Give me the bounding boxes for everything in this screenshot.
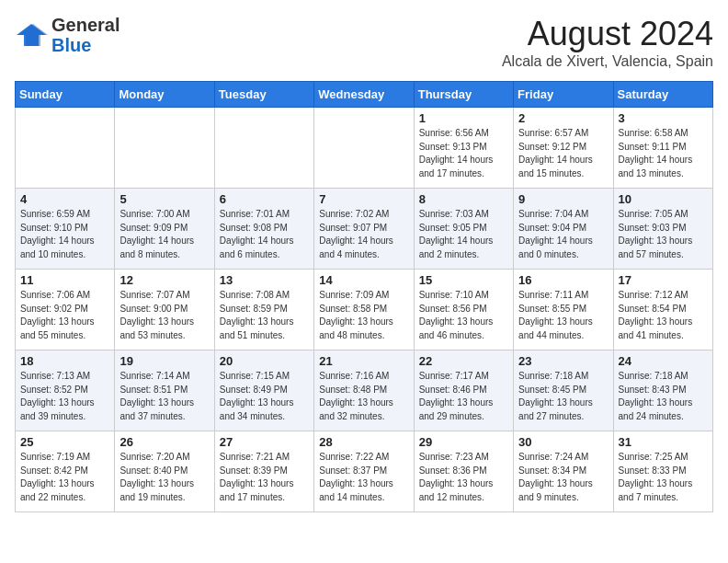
day-number: 12 <box>119 273 209 287</box>
calendar-cell: 22Sunrise: 7:17 AM Sunset: 8:46 PM Dayli… <box>414 350 513 431</box>
cell-info: Sunrise: 7:21 AM Sunset: 8:39 PM Dayligh… <box>220 451 309 504</box>
cell-info: Sunrise: 6:57 AM Sunset: 9:12 PM Dayligh… <box>518 127 608 180</box>
logo-icon <box>15 22 48 48</box>
day-number: 5 <box>119 192 209 206</box>
cell-info: Sunrise: 7:17 AM Sunset: 8:46 PM Dayligh… <box>419 370 508 423</box>
calendar-cell: 11Sunrise: 7:06 AM Sunset: 9:02 PM Dayli… <box>16 270 115 350</box>
week-row-2: 4Sunrise: 6:59 AM Sunset: 9:10 PM Daylig… <box>16 189 713 270</box>
day-number: 29 <box>419 435 508 449</box>
calendar-cell: 30Sunrise: 7:24 AM Sunset: 8:34 PM Dayli… <box>514 431 613 512</box>
day-number: 3 <box>619 111 708 125</box>
calendar-cell: 3Sunrise: 6:58 AM Sunset: 9:11 PM Daylig… <box>613 108 712 189</box>
calendar-cell: 15Sunrise: 7:10 AM Sunset: 8:56 PM Dayli… <box>414 270 513 350</box>
calendar-cell: 25Sunrise: 7:19 AM Sunset: 8:42 PM Dayli… <box>16 431 115 512</box>
header-friday: Friday <box>514 82 613 108</box>
cell-info: Sunrise: 7:08 AM Sunset: 8:59 PM Dayligh… <box>220 289 309 342</box>
day-number: 30 <box>518 435 608 449</box>
header-tuesday: Tuesday <box>214 82 313 108</box>
calendar-cell: 7Sunrise: 7:02 AM Sunset: 9:07 PM Daylig… <box>314 189 414 270</box>
location: Alcala de Xivert, Valencia, Spain <box>502 53 713 70</box>
day-number: 18 <box>20 354 109 368</box>
header-sunday: Sunday <box>16 82 115 108</box>
cell-info: Sunrise: 7:20 AM Sunset: 8:40 PM Dayligh… <box>119 451 209 504</box>
cell-info: Sunrise: 7:12 AM Sunset: 8:54 PM Dayligh… <box>619 289 708 342</box>
day-number: 2 <box>518 111 608 125</box>
day-number: 6 <box>220 192 309 206</box>
calendar-cell: 23Sunrise: 7:18 AM Sunset: 8:45 PM Dayli… <box>514 350 613 431</box>
calendar-cell: 10Sunrise: 7:05 AM Sunset: 9:03 PM Dayli… <box>613 189 712 270</box>
day-number: 26 <box>119 435 209 449</box>
cell-info: Sunrise: 7:06 AM Sunset: 9:02 PM Dayligh… <box>20 289 109 342</box>
day-number: 13 <box>220 273 309 287</box>
day-number: 24 <box>619 354 708 368</box>
cell-info: Sunrise: 7:13 AM Sunset: 8:52 PM Dayligh… <box>20 370 109 423</box>
calendar-cell: 16Sunrise: 7:11 AM Sunset: 8:55 PM Dayli… <box>514 270 613 350</box>
cell-info: Sunrise: 7:16 AM Sunset: 8:48 PM Dayligh… <box>319 370 408 423</box>
calendar-cell: 6Sunrise: 7:01 AM Sunset: 9:08 PM Daylig… <box>214 189 313 270</box>
day-number: 28 <box>319 435 408 449</box>
day-number: 15 <box>419 273 508 287</box>
cell-info: Sunrise: 7:02 AM Sunset: 9:07 PM Dayligh… <box>319 208 408 261</box>
day-number: 20 <box>220 354 309 368</box>
calendar-cell <box>214 108 313 189</box>
cell-info: Sunrise: 7:10 AM Sunset: 8:56 PM Dayligh… <box>419 289 508 342</box>
cell-info: Sunrise: 7:15 AM Sunset: 8:49 PM Dayligh… <box>220 370 309 423</box>
cell-info: Sunrise: 7:09 AM Sunset: 8:58 PM Dayligh… <box>319 289 408 342</box>
day-number: 4 <box>20 192 109 206</box>
calendar-cell: 2Sunrise: 6:57 AM Sunset: 9:12 PM Daylig… <box>514 108 613 189</box>
calendar-table: SundayMondayTuesdayWednesdayThursdayFrid… <box>15 81 713 512</box>
calendar-cell: 12Sunrise: 7:07 AM Sunset: 9:00 PM Dayli… <box>115 270 214 350</box>
header-wednesday: Wednesday <box>314 82 414 108</box>
logo: General Blue <box>15 15 119 55</box>
cell-info: Sunrise: 7:22 AM Sunset: 8:37 PM Dayligh… <box>319 451 408 504</box>
calendar-cell <box>314 108 414 189</box>
logo-text: General Blue <box>51 15 119 55</box>
cell-info: Sunrise: 7:07 AM Sunset: 9:00 PM Dayligh… <box>119 289 209 342</box>
calendar-header: SundayMondayTuesdayWednesdayThursdayFrid… <box>16 82 713 108</box>
calendar-cell <box>16 108 115 189</box>
cell-info: Sunrise: 7:00 AM Sunset: 9:09 PM Dayligh… <box>119 208 209 261</box>
calendar-cell: 1Sunrise: 6:56 AM Sunset: 9:13 PM Daylig… <box>414 108 513 189</box>
calendar-cell <box>115 108 214 189</box>
cell-info: Sunrise: 7:05 AM Sunset: 9:03 PM Dayligh… <box>619 208 708 261</box>
cell-info: Sunrise: 6:59 AM Sunset: 9:10 PM Dayligh… <box>20 208 109 261</box>
day-number: 19 <box>119 354 209 368</box>
week-row-4: 18Sunrise: 7:13 AM Sunset: 8:52 PM Dayli… <box>16 350 713 431</box>
cell-info: Sunrise: 7:14 AM Sunset: 8:51 PM Dayligh… <box>119 370 209 423</box>
logo-blue: Blue <box>51 35 91 55</box>
week-row-3: 11Sunrise: 7:06 AM Sunset: 9:02 PM Dayli… <box>16 270 713 350</box>
calendar-cell: 28Sunrise: 7:22 AM Sunset: 8:37 PM Dayli… <box>314 431 414 512</box>
calendar-cell: 5Sunrise: 7:00 AM Sunset: 9:09 PM Daylig… <box>115 189 214 270</box>
day-number: 31 <box>619 435 708 449</box>
calendar-cell: 29Sunrise: 7:23 AM Sunset: 8:36 PM Dayli… <box>414 431 513 512</box>
cell-info: Sunrise: 7:03 AM Sunset: 9:05 PM Dayligh… <box>419 208 508 261</box>
calendar-cell: 18Sunrise: 7:13 AM Sunset: 8:52 PM Dayli… <box>16 350 115 431</box>
calendar-cell: 19Sunrise: 7:14 AM Sunset: 8:51 PM Dayli… <box>115 350 214 431</box>
day-number: 11 <box>20 273 109 287</box>
cell-info: Sunrise: 7:04 AM Sunset: 9:04 PM Dayligh… <box>518 208 608 261</box>
day-number: 22 <box>419 354 508 368</box>
calendar-cell: 27Sunrise: 7:21 AM Sunset: 8:39 PM Dayli… <box>214 431 313 512</box>
week-row-5: 25Sunrise: 7:19 AM Sunset: 8:42 PM Dayli… <box>16 431 713 512</box>
header-row: SundayMondayTuesdayWednesdayThursdayFrid… <box>16 82 713 108</box>
calendar-cell: 9Sunrise: 7:04 AM Sunset: 9:04 PM Daylig… <box>514 189 613 270</box>
calendar-cell: 13Sunrise: 7:08 AM Sunset: 8:59 PM Dayli… <box>214 270 313 350</box>
cell-info: Sunrise: 7:25 AM Sunset: 8:33 PM Dayligh… <box>619 451 708 504</box>
day-number: 9 <box>518 192 608 206</box>
calendar-cell: 20Sunrise: 7:15 AM Sunset: 8:49 PM Dayli… <box>214 350 313 431</box>
cell-info: Sunrise: 6:56 AM Sunset: 9:13 PM Dayligh… <box>419 127 508 180</box>
cell-info: Sunrise: 7:23 AM Sunset: 8:36 PM Dayligh… <box>419 451 508 504</box>
header-thursday: Thursday <box>414 82 513 108</box>
calendar-cell: 26Sunrise: 7:20 AM Sunset: 8:40 PM Dayli… <box>115 431 214 512</box>
header-saturday: Saturday <box>613 82 712 108</box>
header-monday: Monday <box>115 82 214 108</box>
logo-general: General <box>51 15 119 35</box>
cell-info: Sunrise: 7:11 AM Sunset: 8:55 PM Dayligh… <box>518 289 608 342</box>
cell-info: Sunrise: 7:19 AM Sunset: 8:42 PM Dayligh… <box>20 451 109 504</box>
month-year: August 2024 <box>502 15 713 53</box>
day-number: 7 <box>319 192 408 206</box>
calendar-cell: 21Sunrise: 7:16 AM Sunset: 8:48 PM Dayli… <box>314 350 414 431</box>
calendar-body: 1Sunrise: 6:56 AM Sunset: 9:13 PM Daylig… <box>16 108 713 512</box>
day-number: 14 <box>319 273 408 287</box>
cell-info: Sunrise: 7:01 AM Sunset: 9:08 PM Dayligh… <box>220 208 309 261</box>
